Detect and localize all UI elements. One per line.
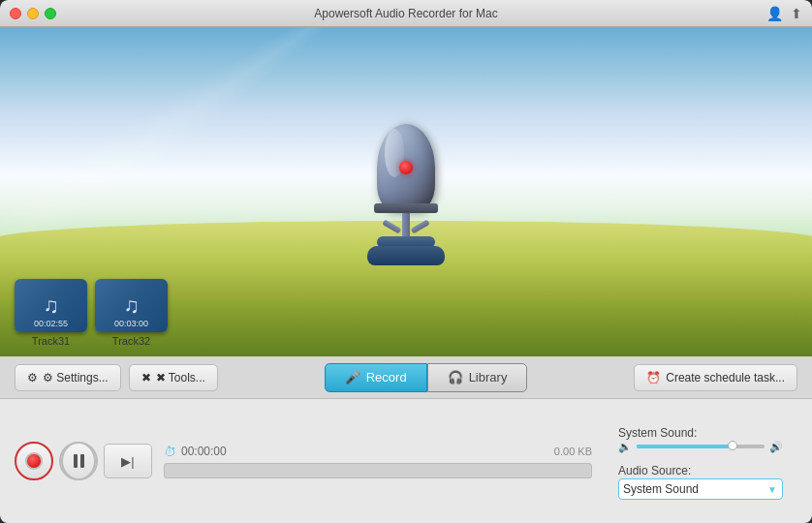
record-dot-icon [25,452,43,470]
settings-button[interactable]: ⚙ ⚙ Settings... [15,364,121,391]
tools-icon: ✖ [141,371,151,385]
audio-source-label: Audio Source: [618,464,691,477]
mic-base-bottom [367,246,445,265]
controls-area: ▶| ⏱ 00:00:00 0.00 KB System Sound: 🔈 [0,399,812,523]
play-skip-button[interactable]: ▶| [104,444,152,478]
window-title: Apowersoft Audio Recorder for Mac [314,7,497,20]
track-thumbnail-1: ♫ 00:02:55 [15,279,87,332]
mic-indicator-dot [399,161,413,174]
hero-area: ♫ 00:02:55 Track31 ♫ 00:03:00 Track32 [0,27,812,356]
audio-source-row: Audio Source: System Sound Microphone Bo… [618,461,783,500]
right-panel: System Sound: 🔈 🔊 Audio Source: System S… [604,415,797,508]
mic-arm-right [411,219,430,233]
tools-button[interactable]: ✖ ✖ Tools... [129,364,218,391]
microphone-illustration [358,124,454,279]
window-controls [10,8,56,19]
tab-right-area: ⏰ Create schedule task... [634,364,797,391]
settings-label: ⚙ Settings... [43,371,109,385]
pause-icon [61,442,96,480]
timer-icon: ⏱ [164,445,176,459]
volume-low-icon: 🔈 [618,441,632,453]
pause-bar-right [80,454,84,468]
mic-body [377,124,435,211]
title-bar: Apowersoft Audio Recorder for Mac 👤 ⬆ [0,0,812,27]
maximize-button[interactable] [45,8,56,19]
pause-button[interactable] [59,442,98,480]
track-label-1: Track31 [32,335,70,347]
left-buttons: ⚙ ⚙ Settings... ✖ ✖ Tools... [15,364,218,391]
volume-slider[interactable] [637,445,765,448]
tab-library-label: Library [469,370,508,385]
file-size: 0.00 KB [554,446,592,457]
track-thumbnail-2: ♫ 00:03:00 [95,279,168,332]
track-item-2[interactable]: ♫ 00:03:00 Track32 [95,279,168,347]
system-sound-label: System Sound: [618,426,697,440]
schedule-label: Create schedule task... [666,371,785,385]
mic-band [374,203,438,213]
pause-bar-left [74,454,78,468]
system-sound-row: System Sound: 🔈 🔊 [618,423,783,453]
minimize-button[interactable] [27,8,39,19]
music-icon-1: ♫ [43,293,59,319]
playback-controls: ▶| [15,442,152,480]
play-skip-icon: ▶| [121,454,134,469]
audio-source-select[interactable]: System Sound Microphone Both [618,478,783,500]
track-time-2: 00:03:00 [95,319,168,328]
record-button[interactable] [15,442,53,480]
mic-arm-left [382,219,401,233]
track-item-1[interactable]: ♫ 00:02:55 Track31 [15,279,87,347]
mic-tab-icon: 🎤 [345,370,360,385]
gear-icon: ⚙ [27,371,38,385]
track-time-1: 00:02:55 [15,319,87,328]
tab-library[interactable]: 🎧 Library [427,363,528,392]
title-bar-actions: 👤 ⬆ [766,6,802,21]
share-icon[interactable]: ⬆ [791,6,802,21]
schedule-clock-icon: ⏰ [646,371,661,385]
volume-fill [637,445,733,448]
close-button[interactable] [10,8,21,19]
tracks-area: ♫ 00:02:55 Track31 ♫ 00:03:00 Track32 [15,279,168,347]
track-label-2: Track32 [112,335,150,347]
tools-label: ✖ Tools... [156,371,205,385]
bottom-section: ⚙ ⚙ Settings... ✖ ✖ Tools... 🎤 Record 🎧 … [0,356,812,523]
time-display: ⏱ 00:00:00 [164,445,227,459]
tab-bar: ⚙ ⚙ Settings... ✖ ✖ Tools... 🎤 Record 🎧 … [0,356,812,399]
volume-handle[interactable] [728,441,737,450]
progress-area: ⏱ 00:00:00 0.00 KB [164,445,592,478]
schedule-button[interactable]: ⏰ Create schedule task... [634,364,797,391]
volume-high-icon: 🔊 [769,441,783,453]
volume-row: 🔈 🔊 [618,441,783,453]
music-icon-2: ♫ [123,293,140,319]
elapsed-time: 00:00:00 [181,445,227,458]
tab-group: 🎤 Record 🎧 Library [325,363,528,392]
tab-record[interactable]: 🎤 Record [325,363,427,392]
headphones-tab-icon: 🎧 [448,370,463,385]
user-icon[interactable]: 👤 [766,6,783,21]
audio-source-select-wrapper: System Sound Microphone Both ▼ [618,478,783,500]
tab-record-label: Record [366,370,407,385]
progress-bar-container[interactable] [164,463,592,478]
